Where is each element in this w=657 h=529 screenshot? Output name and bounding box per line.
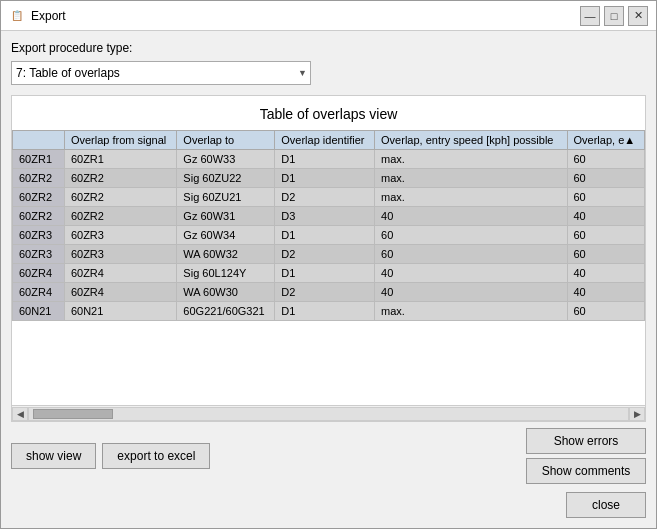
col-header-overlap-to: Overlap to bbox=[177, 131, 275, 150]
table-cell: D1 bbox=[275, 264, 375, 283]
table-cell: 60ZR1 bbox=[13, 150, 65, 169]
table-cell: 60ZR3 bbox=[13, 245, 65, 264]
table-cell: 40 bbox=[567, 283, 645, 302]
show-view-button[interactable]: show view bbox=[11, 443, 96, 469]
dropdown-wrapper: 7: Table of overlaps bbox=[11, 61, 311, 85]
maximize-button[interactable]: □ bbox=[604, 6, 624, 26]
table-cell: 60G221/60G321 bbox=[177, 302, 275, 321]
table-row: 60ZR260ZR2Gz 60W31D34040 bbox=[13, 207, 645, 226]
table-cell: D2 bbox=[275, 245, 375, 264]
table-cell: D2 bbox=[275, 188, 375, 207]
table-row: 60ZR160ZR1Gz 60W33D1max.60 bbox=[13, 150, 645, 169]
show-errors-button[interactable]: Show errors bbox=[526, 428, 646, 454]
table-cell: 60ZR2 bbox=[64, 207, 176, 226]
export-type-dropdown[interactable]: 7: Table of overlaps bbox=[11, 61, 311, 85]
table-cell: 60ZR4 bbox=[64, 264, 176, 283]
table-cell: max. bbox=[375, 150, 567, 169]
table-row: 60ZR260ZR2Sig 60ZU22D1max.60 bbox=[13, 169, 645, 188]
scroll-right-button[interactable]: ▶ bbox=[629, 407, 645, 421]
close-button-row: close bbox=[11, 488, 646, 518]
table-title: Table of overlaps view bbox=[12, 96, 645, 130]
table-cell: max. bbox=[375, 302, 567, 321]
table-row: 60ZR460ZR4WA 60W30D24040 bbox=[13, 283, 645, 302]
table-cell: 60ZR4 bbox=[13, 264, 65, 283]
scroll-left-button[interactable]: ◀ bbox=[12, 407, 28, 421]
bottom-buttons: show view export to excel Show errors Sh… bbox=[11, 428, 646, 484]
table-cell: Gz 60W31 bbox=[177, 207, 275, 226]
table-container[interactable]: Overlap from signal Overlap to Overlap i… bbox=[12, 130, 645, 405]
export-dialog: 📋 Export — □ ✕ Export procedure type: 7:… bbox=[0, 0, 657, 529]
table-cell: Sig 60ZU21 bbox=[177, 188, 275, 207]
export-to-excel-button[interactable]: export to excel bbox=[102, 443, 210, 469]
table-cell: 40 bbox=[375, 264, 567, 283]
table-area: Table of overlaps view Overlap from sign… bbox=[11, 95, 646, 422]
col-header-overlap-from: Overlap from signal bbox=[64, 131, 176, 150]
table-cell: D3 bbox=[275, 207, 375, 226]
title-bar: 📋 Export — □ ✕ bbox=[1, 1, 656, 31]
col-header-overlap-e: Overlap, e▲ bbox=[567, 131, 645, 150]
table-cell: 60ZR3 bbox=[64, 226, 176, 245]
table-cell: D1 bbox=[275, 226, 375, 245]
table-row: 60N2160N2160G221/60G321D1max.60 bbox=[13, 302, 645, 321]
table-cell: 60 bbox=[567, 302, 645, 321]
scrollbar-thumb[interactable] bbox=[33, 409, 113, 419]
table-cell: Gz 60W33 bbox=[177, 150, 275, 169]
col-header-identifier: Overlap identifier bbox=[275, 131, 375, 150]
table-cell: max. bbox=[375, 188, 567, 207]
table-cell: 60 bbox=[375, 226, 567, 245]
table-cell: Sig 60L124Y bbox=[177, 264, 275, 283]
table-cell: 60 bbox=[567, 169, 645, 188]
table-row: 60ZR260ZR2Sig 60ZU21D2max.60 bbox=[13, 188, 645, 207]
table-cell: 60ZR2 bbox=[64, 169, 176, 188]
table-cell: 60 bbox=[375, 245, 567, 264]
window-title: Export bbox=[31, 9, 580, 23]
table-cell: D2 bbox=[275, 283, 375, 302]
table-cell: WA 60W30 bbox=[177, 283, 275, 302]
col-header-row-id bbox=[13, 131, 65, 150]
overlaps-table: Overlap from signal Overlap to Overlap i… bbox=[12, 130, 645, 321]
table-cell: 40 bbox=[567, 264, 645, 283]
bottom-right-buttons: Show errors Show comments bbox=[526, 428, 646, 484]
table-row: 60ZR360ZR3Gz 60W34D16060 bbox=[13, 226, 645, 245]
table-cell: 60ZR3 bbox=[13, 226, 65, 245]
table-cell: 60ZR1 bbox=[64, 150, 176, 169]
horizontal-scrollbar-row: ◀ ▶ bbox=[12, 405, 645, 421]
show-comments-button[interactable]: Show comments bbox=[526, 458, 646, 484]
table-cell: 40 bbox=[375, 207, 567, 226]
table-cell: 40 bbox=[567, 207, 645, 226]
table-cell: 60ZR2 bbox=[13, 188, 65, 207]
table-cell: max. bbox=[375, 169, 567, 188]
window-close-button[interactable]: ✕ bbox=[628, 6, 648, 26]
table-cell: 60 bbox=[567, 150, 645, 169]
table-cell: 60 bbox=[567, 245, 645, 264]
table-cell: 60N21 bbox=[64, 302, 176, 321]
table-cell: 60ZR2 bbox=[13, 207, 65, 226]
table-cell: 60ZR2 bbox=[13, 169, 65, 188]
table-cell: 40 bbox=[375, 283, 567, 302]
table-cell: 60N21 bbox=[13, 302, 65, 321]
window-body: Export procedure type: 7: Table of overl… bbox=[1, 31, 656, 528]
table-cell: 60ZR3 bbox=[64, 245, 176, 264]
table-cell: D1 bbox=[275, 150, 375, 169]
table-header-row: Overlap from signal Overlap to Overlap i… bbox=[13, 131, 645, 150]
export-label: Export procedure type: bbox=[11, 41, 646, 55]
table-cell: D1 bbox=[275, 302, 375, 321]
table-cell: Gz 60W34 bbox=[177, 226, 275, 245]
table-cell: 60ZR4 bbox=[13, 283, 65, 302]
dropdown-row: 7: Table of overlaps bbox=[11, 61, 646, 85]
minimize-button[interactable]: — bbox=[580, 6, 600, 26]
table-cell: D1 bbox=[275, 169, 375, 188]
table-cell: 60 bbox=[567, 226, 645, 245]
table-cell: WA 60W32 bbox=[177, 245, 275, 264]
bottom-left-buttons: show view export to excel bbox=[11, 443, 210, 469]
col-header-entry-speed: Overlap, entry speed [kph] possible bbox=[375, 131, 567, 150]
window-controls: — □ ✕ bbox=[580, 6, 648, 26]
table-cell: 60ZR4 bbox=[64, 283, 176, 302]
close-button[interactable]: close bbox=[566, 492, 646, 518]
table-row: 60ZR460ZR4Sig 60L124YD14040 bbox=[13, 264, 645, 283]
horizontal-scrollbar[interactable] bbox=[28, 407, 629, 421]
table-cell: 60ZR2 bbox=[64, 188, 176, 207]
table-cell: 60 bbox=[567, 188, 645, 207]
table-row: 60ZR360ZR3WA 60W32D26060 bbox=[13, 245, 645, 264]
table-cell: Sig 60ZU22 bbox=[177, 169, 275, 188]
